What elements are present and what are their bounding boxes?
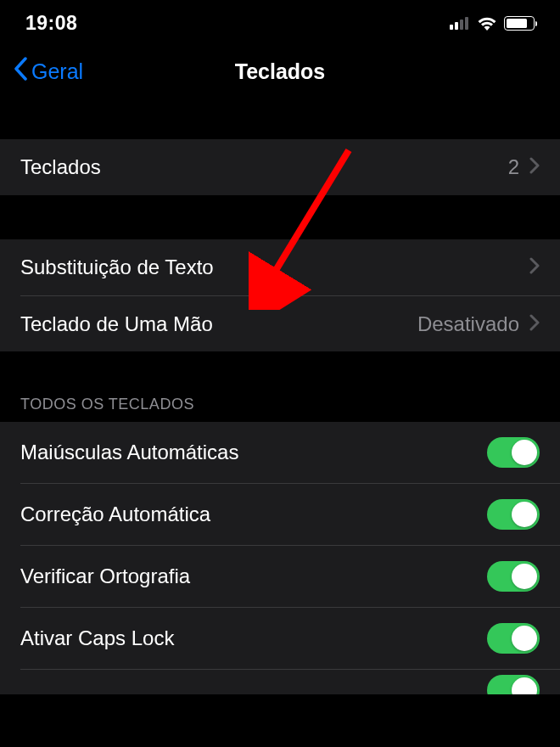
toggle-knob bbox=[512, 502, 537, 527]
row-label: Ativar Caps Lock bbox=[20, 626, 174, 650]
cellular-signal-icon bbox=[450, 16, 470, 30]
spacer bbox=[0, 195, 560, 239]
row-text-replacement[interactable]: Substituição de Texto bbox=[0, 239, 560, 295]
back-button[interactable]: Geral bbox=[14, 57, 83, 86]
row-label: Substituição de Texto bbox=[20, 256, 214, 279]
chevron-right-icon bbox=[529, 257, 540, 278]
back-label: Geral bbox=[31, 59, 83, 84]
navigation-bar: Geral Teclados bbox=[0, 46, 560, 97]
toggle-caps-lock[interactable] bbox=[487, 623, 540, 654]
toggle-auto-correct[interactable] bbox=[487, 499, 540, 530]
row-spell-check: Verificar Ortografia bbox=[20, 545, 560, 607]
settings-group-keyboards: Teclados 2 bbox=[0, 139, 560, 195]
toggle-knob bbox=[512, 440, 537, 465]
row-right: Desativado bbox=[417, 312, 540, 336]
chevron-right-icon bbox=[529, 157, 540, 177]
row-auto-correct: Correção Automática bbox=[20, 483, 560, 545]
chevron-right-icon bbox=[529, 314, 540, 334]
toggle-spell-check[interactable] bbox=[487, 561, 540, 592]
row-one-handed-keyboard[interactable]: Teclado de Uma Mão Desativado bbox=[20, 295, 560, 351]
battery-icon bbox=[504, 16, 535, 31]
status-bar: 19:08 bbox=[0, 0, 560, 46]
wifi-icon bbox=[477, 16, 497, 31]
row-keyboards[interactable]: Teclados 2 bbox=[0, 139, 560, 195]
row-right: 2 bbox=[508, 155, 540, 179]
row-auto-caps: Maiúsculas Automáticas bbox=[0, 422, 560, 483]
settings-group-text: Substituição de Texto Teclado de Uma Mão… bbox=[0, 239, 560, 351]
battery-fill bbox=[507, 19, 527, 28]
row-partial bbox=[20, 669, 560, 694]
toggle-knob bbox=[512, 677, 537, 695]
row-label: Teclados bbox=[20, 155, 101, 179]
settings-group-toggles: Maiúsculas Automáticas Correção Automáti… bbox=[0, 422, 560, 694]
status-icons bbox=[450, 16, 535, 31]
toggle-knob bbox=[512, 626, 537, 651]
toggle-auto-caps[interactable] bbox=[487, 437, 540, 468]
status-time: 19:08 bbox=[25, 12, 77, 35]
section-header-all-keyboards: TODOS OS TECLADOS bbox=[0, 351, 560, 422]
svg-rect-0 bbox=[450, 25, 453, 30]
toggle-knob bbox=[512, 564, 537, 589]
spacer bbox=[0, 97, 560, 139]
row-value: 2 bbox=[508, 155, 519, 179]
row-label: Verificar Ortografia bbox=[20, 564, 190, 588]
svg-rect-3 bbox=[465, 17, 468, 30]
row-label: Maiúsculas Automáticas bbox=[20, 441, 238, 464]
svg-rect-2 bbox=[460, 20, 463, 30]
svg-rect-1 bbox=[455, 22, 458, 30]
row-value: Desativado bbox=[417, 312, 519, 336]
page-title: Teclados bbox=[235, 59, 326, 84]
row-right bbox=[529, 257, 540, 278]
chevron-left-icon bbox=[14, 57, 28, 86]
row-caps-lock: Ativar Caps Lock bbox=[20, 607, 560, 669]
toggle-partial[interactable] bbox=[487, 675, 540, 695]
row-label: Correção Automática bbox=[20, 503, 210, 526]
row-label: Teclado de Uma Mão bbox=[20, 312, 213, 336]
